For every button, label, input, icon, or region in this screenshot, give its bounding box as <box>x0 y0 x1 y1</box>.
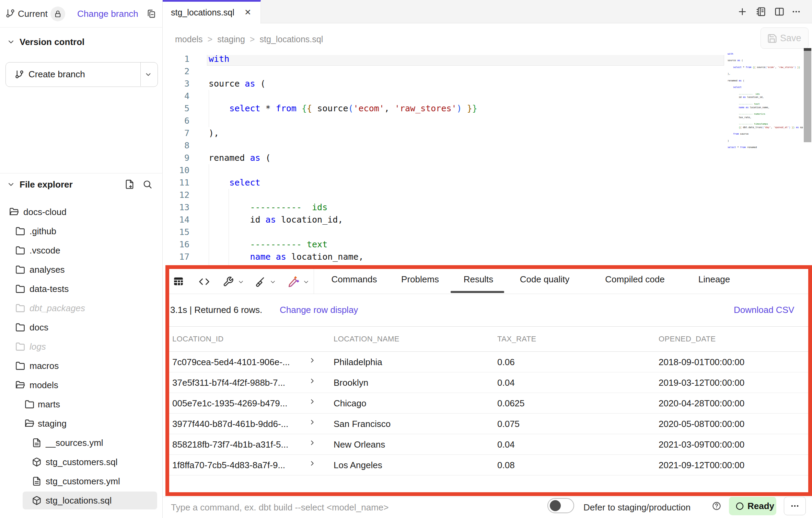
folder-icon <box>15 265 25 274</box>
defer-label: Defer to staging/production <box>583 497 691 518</box>
tree-item-stg-customers-sql[interactable]: stg_customers.sql <box>0 453 163 471</box>
create-branch-button[interactable]: Create branch <box>5 62 158 87</box>
panel-tab-lineage[interactable]: Lineage <box>698 265 730 294</box>
wrench-icon[interactable] <box>223 276 234 287</box>
breadcrumb-segment[interactable]: staging <box>217 34 245 44</box>
close-tab-icon[interactable]: ✕ <box>244 2 251 23</box>
download-csv-link[interactable]: Download CSV <box>734 301 794 319</box>
chevron-right-icon[interactable] <box>309 460 316 467</box>
panel-tab-code-quality[interactable]: Code quality <box>520 265 570 294</box>
panel-tab-results[interactable]: Results <box>464 265 494 294</box>
version-control-title: Version control <box>20 33 84 51</box>
folder-icon <box>15 246 25 255</box>
chevron-right-icon[interactable] <box>309 377 316 385</box>
code-editor[interactable]: 1234567891011121314151617 withsource as … <box>163 55 812 265</box>
table-icon[interactable] <box>172 275 185 287</box>
code-line: ---------- ids <box>209 201 327 214</box>
dbt-cloud-ide: Current Change branch Version control Cr… <box>0 0 812 518</box>
scrollbar-thumb[interactable] <box>804 51 811 142</box>
new-tab-icon[interactable] <box>737 7 747 17</box>
breadcrumb-segment[interactable]: stg_locations.sql <box>259 34 323 44</box>
save-button[interactable]: Save <box>761 27 809 49</box>
panel-tab-commands[interactable]: Commands <box>332 265 377 294</box>
tree-item-label: .github <box>30 222 56 240</box>
tree-item-label: data-tests <box>30 280 69 298</box>
table-cell: 3977f440-b87d-461b-9dd6-... <box>172 414 288 434</box>
create-branch-dropdown-icon[interactable] <box>144 71 152 78</box>
tree-item-label: docs <box>30 318 48 336</box>
tree-item--sources-yml[interactable]: __sources.yml <box>0 434 163 452</box>
version-control-chevron-icon[interactable] <box>7 38 15 46</box>
tree-item-stg-customers-yml[interactable]: stg_customers.yml <box>0 472 163 490</box>
code-icon[interactable] <box>198 276 210 287</box>
tree-item-label: dbt_packages <box>30 299 85 317</box>
tree-item-docs-cloud[interactable]: docs-cloud <box>0 203 163 221</box>
tree-item-stg-locations-sql[interactable]: stg_locations.sql <box>0 492 163 509</box>
copy-icon[interactable] <box>146 9 156 19</box>
tree-item--github[interactable]: .github <box>0 222 163 240</box>
command-input[interactable]: Type a command, ex. dbt build --select <… <box>171 497 388 518</box>
tree-item--vscode[interactable]: .vscode <box>0 241 163 259</box>
file-explorer-title: File explorer <box>20 176 73 193</box>
minimap-line <box>728 89 803 92</box>
minimap[interactable]: withsource as ( select * from {{ source(… <box>728 52 803 153</box>
table-cell: 37e5f311-b7f4-4f2f-988b-7... <box>172 372 285 393</box>
panel-tab-problems[interactable]: Problems <box>401 265 439 294</box>
table-cell: Chicago <box>334 393 366 414</box>
column-header-opened_date: OPENED_DATE <box>659 326 716 351</box>
tree-item-marts[interactable]: marts <box>0 395 163 413</box>
table-cell: 2019-03-12T00:00:00 <box>659 372 744 393</box>
ready-label: Ready <box>747 497 774 515</box>
tree-item-logs[interactable]: logs <box>0 338 163 356</box>
tree-item-models[interactable]: models <box>0 376 163 394</box>
code-line: select * from {{ source('ecom', 'raw_sto… <box>209 102 477 115</box>
chevron-right-icon[interactable] <box>309 439 316 447</box>
panel-tab-compiled-code[interactable]: Compiled code <box>605 265 664 294</box>
wrench-dropdown-icon[interactable] <box>237 279 244 285</box>
tree-item-dbt-packages[interactable]: dbt_packages <box>0 299 163 317</box>
tree-item-staging[interactable]: staging <box>0 415 163 432</box>
tree-item-macros[interactable]: macros <box>0 357 163 375</box>
new-file-icon[interactable] <box>125 179 135 189</box>
tree-item-data-tests[interactable]: data-tests <box>0 280 163 298</box>
table-row: 3977f440-b87d-461b-9dd6-...San Francisco… <box>163 414 812 434</box>
minimap-line <box>728 109 803 112</box>
broom-icon[interactable] <box>255 276 266 287</box>
tree-item-label: staging <box>38 415 67 432</box>
tree-item-analyses[interactable]: analyses <box>0 261 163 279</box>
more-actions-button[interactable] <box>784 497 806 515</box>
broom-dropdown-icon[interactable] <box>269 279 276 285</box>
code-line: source as ( <box>209 78 266 90</box>
minimap-line: with <box>728 52 803 56</box>
help-icon[interactable] <box>712 501 721 511</box>
ellipsis-icon <box>790 501 800 511</box>
toggle-knob <box>550 500 561 511</box>
minimap-line: id as location_id, <box>728 95 803 99</box>
change-row-display-link[interactable]: Change row display <box>280 301 358 319</box>
divider <box>0 173 163 173</box>
tree-item-docs[interactable]: docs <box>0 318 163 336</box>
table-cell: Brooklyn <box>334 372 368 393</box>
chevron-right-icon[interactable] <box>309 357 316 364</box>
more-options-icon[interactable] <box>791 7 801 16</box>
file-icon <box>32 438 42 448</box>
table-row: 37e5f311-b7f4-4f2f-988b-7...Brooklyn0.04… <box>163 372 812 393</box>
search-icon[interactable] <box>142 179 152 189</box>
chevron-right-icon[interactable] <box>309 398 316 405</box>
notebook-icon[interactable] <box>756 7 766 17</box>
minimap-line: source as ( <box>728 59 803 62</box>
line-number: 11 <box>163 177 198 189</box>
breadcrumb-segment[interactable]: models <box>175 34 203 44</box>
magic-pencil-dropdown-icon[interactable] <box>303 279 310 285</box>
minimap-line <box>728 136 803 139</box>
split-pane-icon[interactable] <box>774 7 785 17</box>
magic-pencil-icon[interactable] <box>287 275 300 288</box>
chevron-right-icon[interactable] <box>309 418 316 426</box>
tab-stg-locations[interactable]: stg_locations.sql ✕ <box>163 0 261 24</box>
minimap-line: ) <box>728 139 803 143</box>
file-explorer-chevron-icon[interactable] <box>7 180 15 189</box>
table-cell: 0.08 <box>497 455 515 475</box>
defer-toggle[interactable] <box>547 498 574 513</box>
folder-icon <box>15 361 25 371</box>
change-branch-link[interactable]: Change branch <box>77 0 138 27</box>
